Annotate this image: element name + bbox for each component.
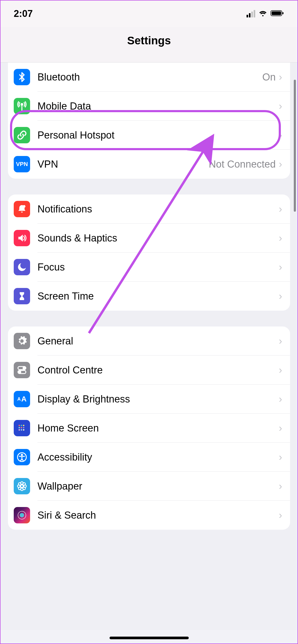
chevron-right-icon: › <box>279 423 282 434</box>
svg-point-3 <box>21 103 23 105</box>
row-label: Control Centre <box>37 364 279 376</box>
flower-icon <box>14 478 30 494</box>
row-accessibility[interactable]: Accessibility › <box>8 443 290 472</box>
chevron-right-icon: › <box>279 335 282 347</box>
text-size-icon: AA <box>14 391 30 407</box>
bluetooth-icon <box>14 69 30 85</box>
vpn-icon: VPN <box>14 156 30 172</box>
row-home-screen[interactable]: Home Screen › <box>8 414 290 443</box>
row-siri-search[interactable]: Siri & Search › <box>8 501 290 530</box>
svg-point-15 <box>23 427 24 428</box>
row-bluetooth[interactable]: Bluetooth On › <box>8 63 290 92</box>
row-label: Focus <box>37 262 279 273</box>
hourglass-icon <box>14 288 30 304</box>
row-label: Display & Brightness <box>37 394 279 405</box>
chevron-right-icon: › <box>279 130 282 141</box>
row-value: On <box>262 72 276 83</box>
row-general[interactable]: General › <box>8 326 290 356</box>
row-label: VPN <box>37 159 209 170</box>
chevron-right-icon: › <box>279 72 282 83</box>
settings-group-alerts: Notifications › Sounds & Haptics › Focus… <box>8 195 290 311</box>
svg-point-4 <box>23 205 25 208</box>
scroll-indicator <box>294 80 296 212</box>
chevron-right-icon: › <box>279 203 282 215</box>
chevron-right-icon: › <box>279 262 282 273</box>
row-notifications[interactable]: Notifications › <box>8 195 290 224</box>
chevron-right-icon: › <box>279 364 282 376</box>
row-screen-time[interactable]: Screen Time › <box>8 282 290 311</box>
switches-icon <box>14 362 30 378</box>
row-label: General <box>37 335 279 347</box>
svg-point-13 <box>18 427 20 428</box>
row-vpn[interactable]: VPN VPN Not Connected › <box>8 150 290 179</box>
status-bar: 2:07 <box>1 1 297 27</box>
svg-point-6 <box>23 367 25 369</box>
row-sounds-haptics[interactable]: Sounds & Haptics › <box>8 224 290 253</box>
row-label: Mobile Data <box>37 101 279 112</box>
svg-rect-2 <box>282 12 283 14</box>
chevron-right-icon: › <box>279 159 282 170</box>
moon-icon <box>14 259 30 275</box>
svg-point-17 <box>21 429 22 430</box>
row-label: Accessibility <box>37 452 279 463</box>
svg-point-18 <box>23 429 24 430</box>
battery-icon <box>271 10 284 18</box>
row-label: Personal Hotspot <box>37 130 279 141</box>
row-focus[interactable]: Focus › <box>8 253 290 282</box>
row-personal-hotspot[interactable]: Personal Hotspot › <box>8 121 290 150</box>
row-value: Not Connected <box>209 159 276 170</box>
svg-point-20 <box>21 454 23 456</box>
app-grid-icon <box>14 420 30 436</box>
wifi-icon <box>258 10 267 18</box>
row-label: Sounds & Haptics <box>37 233 279 244</box>
svg-point-12 <box>23 425 24 426</box>
svg-point-31 <box>20 513 24 518</box>
chevron-right-icon: › <box>279 233 282 244</box>
row-label: Siri & Search <box>37 510 279 521</box>
page-title: Settings <box>1 27 297 63</box>
row-label: Screen Time <box>37 291 279 302</box>
chevron-right-icon: › <box>279 452 282 463</box>
chevron-right-icon: › <box>279 510 282 521</box>
row-wallpaper[interactable]: Wallpaper › <box>8 472 290 501</box>
siri-icon <box>14 507 30 523</box>
gear-icon <box>14 333 30 349</box>
settings-group-general: General › Control Centre › AA Display & … <box>8 326 290 530</box>
row-label: Home Screen <box>37 423 279 434</box>
status-time: 2:07 <box>14 8 33 19</box>
bell-icon <box>14 201 30 217</box>
chevron-right-icon: › <box>279 481 282 492</box>
cellular-signal-icon <box>247 10 255 17</box>
svg-rect-1 <box>272 11 281 15</box>
svg-point-10 <box>18 425 20 426</box>
svg-point-8 <box>19 371 21 373</box>
antenna-icon <box>14 98 30 114</box>
row-control-centre[interactable]: Control Centre › <box>8 356 290 385</box>
row-label: Wallpaper <box>37 481 279 492</box>
svg-point-11 <box>21 425 22 426</box>
row-mobile-data[interactable]: Mobile Data › <box>8 92 290 121</box>
row-label: Bluetooth <box>37 72 262 83</box>
link-icon <box>14 127 30 143</box>
chevron-right-icon: › <box>279 394 282 405</box>
chevron-right-icon: › <box>279 291 282 302</box>
chevron-right-icon: › <box>279 101 282 112</box>
row-display-brightness[interactable]: AA Display & Brightness › <box>8 385 290 414</box>
svg-point-21 <box>21 485 23 487</box>
svg-point-14 <box>21 427 22 428</box>
svg-point-16 <box>18 429 20 430</box>
home-indicator <box>110 637 189 639</box>
status-icons <box>247 10 284 18</box>
settings-group-connectivity: Bluetooth On › Mobile Data › Personal Ho… <box>8 63 290 179</box>
speaker-icon <box>14 230 30 246</box>
accessibility-icon <box>14 449 30 465</box>
row-label: Notifications <box>37 203 279 215</box>
